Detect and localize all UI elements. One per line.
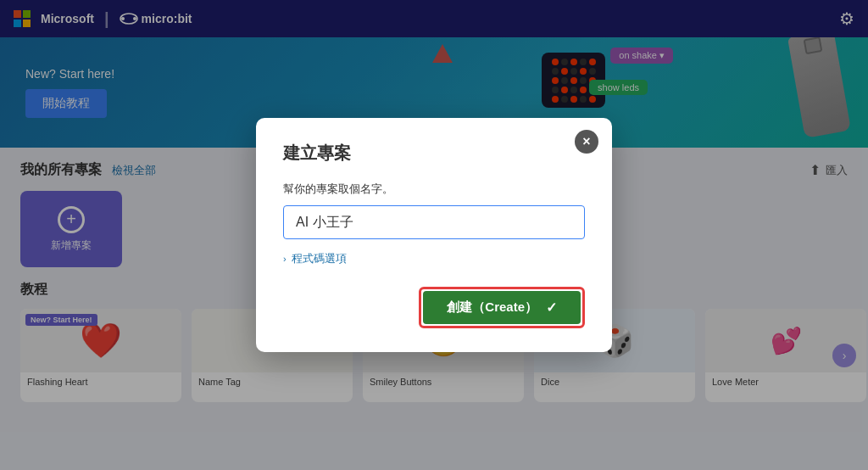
code-options-toggle[interactable]: › 程式碼選項 bbox=[283, 251, 585, 266]
modal-overlay: 建立專案 × 幫你的專案取個名字。 › 程式碼選項 創建（Create） ✓ bbox=[0, 0, 868, 470]
modal-footer: 創建（Create） ✓ bbox=[283, 287, 585, 328]
modal-close-button[interactable]: × bbox=[575, 130, 598, 154]
create-btn-highlight-border: 創建（Create） ✓ bbox=[419, 287, 585, 328]
create-project-modal: 建立專案 × 幫你的專案取個名字。 › 程式碼選項 創建（Create） ✓ bbox=[256, 118, 612, 352]
check-icon: ✓ bbox=[546, 299, 557, 316]
create-btn-label: 創建（Create） bbox=[447, 299, 537, 316]
modal-input-label: 幫你的專案取個名字。 bbox=[283, 182, 585, 197]
create-project-button[interactable]: 創建（Create） ✓ bbox=[423, 291, 581, 324]
project-name-input[interactable] bbox=[283, 205, 585, 239]
chevron-right-icon: › bbox=[283, 254, 287, 264]
modal-title: 建立專案 bbox=[283, 142, 585, 165]
code-options-label: 程式碼選項 bbox=[292, 251, 347, 266]
